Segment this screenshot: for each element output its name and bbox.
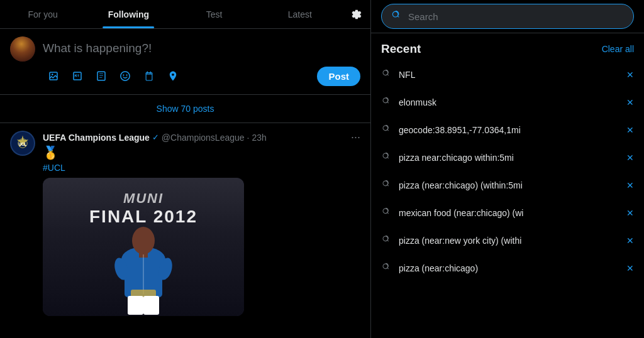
remove-recent-button[interactable]: ✕	[626, 208, 634, 218]
compose-area: What is happening?!	[0, 29, 370, 95]
gif-button[interactable]	[67, 65, 88, 87]
search-icon	[381, 262, 391, 275]
tweet-image: MUNI FINAL 2012	[43, 178, 244, 316]
image-upload-button[interactable]	[43, 65, 64, 87]
svg-rect-12	[143, 296, 159, 315]
remove-recent-button[interactable]: ✕	[626, 125, 634, 135]
search-bar-container	[371, 0, 644, 33]
recent-item-text: elonmusk	[399, 97, 619, 107]
tab-latest[interactable]: Latest	[257, 0, 343, 28]
recent-item[interactable]: pizza (near:chicago) ✕	[371, 254, 644, 282]
remove-recent-button[interactable]: ✕	[626, 97, 634, 107]
tab-following[interactable]: Following	[86, 0, 171, 28]
recent-item[interactable]: mexican food (near:chicago) (wi ✕	[371, 199, 644, 227]
tweet-body: UEFA Champions League ✓ @ChampionsLeague…	[43, 131, 360, 316]
compose-toolbar: Post	[43, 65, 360, 87]
tab-test[interactable]: Test	[172, 0, 257, 28]
post-button[interactable]: Post	[317, 67, 360, 86]
search-icon	[381, 124, 391, 136]
tweet-item: UCL UEFA Champions League ✓ @ChampionsLe…	[0, 123, 370, 324]
recent-item-text: mexican food (near:chicago) (wi	[399, 208, 619, 218]
remove-recent-button[interactable]: ✕	[626, 70, 634, 80]
tweet-name: UEFA Champions League	[43, 133, 150, 143]
tweet-hashtag[interactable]: #UCL	[43, 163, 360, 173]
right-panel: Recent Clear all NFL ✕ elonmusk ✕ geocod…	[371, 0, 644, 338]
tweet-time: 23h	[252, 133, 266, 143]
compose-placeholder[interactable]: What is happening?!	[43, 36, 360, 60]
user-avatar	[10, 36, 35, 62]
search-icon	[381, 207, 391, 219]
list-button[interactable]	[91, 65, 112, 87]
clear-all-button[interactable]: Clear all	[602, 44, 634, 54]
search-icon	[381, 68, 391, 81]
recent-title: Recent	[381, 42, 421, 56]
search-icon	[381, 151, 391, 164]
schedule-button[interactable]	[138, 65, 160, 87]
search-bar	[381, 4, 634, 29]
tweet-handle: @ChampionsLeague	[162, 133, 245, 143]
recent-item[interactable]: pizza near:chicago within:5mi ✕	[371, 144, 644, 172]
location-button[interactable]	[162, 65, 184, 87]
recent-item[interactable]: geocode:38.8951,-77.0364,1mi ✕	[371, 116, 644, 144]
recent-item[interactable]: pizza (near:chicago) (within:5mi ✕	[371, 172, 644, 199]
svg-text:UCL: UCL	[19, 142, 27, 146]
recent-item[interactable]: NFL ✕	[371, 61, 644, 89]
recent-item-text: geocode:38.8951,-77.0364,1mi	[399, 125, 619, 135]
search-icon	[391, 9, 402, 23]
recent-item-text: NFL	[399, 70, 619, 80]
show-posts-button[interactable]: Show 70 posts	[0, 95, 370, 123]
verified-icon: ✓	[152, 133, 159, 142]
remove-recent-button[interactable]: ✕	[626, 263, 634, 273]
recent-item-text: pizza (near:chicago) (within:5mi	[399, 180, 619, 190]
recent-item-text: pizza (near:chicago)	[399, 263, 619, 273]
search-icon	[381, 96, 391, 109]
settings-gear-button[interactable]	[343, 9, 370, 20]
recent-item[interactable]: elonmusk ✕	[371, 89, 644, 116]
recent-header: Recent Clear all	[371, 33, 644, 61]
nav-tabs: For you Following Test Latest	[0, 0, 370, 29]
recent-item[interactable]: pizza (near:new york city) (withi ✕	[371, 227, 644, 254]
tweet-avatar: UCL	[10, 131, 35, 156]
svg-rect-11	[128, 296, 143, 315]
recent-item-text: pizza near:chicago within:5mi	[399, 153, 619, 163]
tweet-user-info: UEFA Champions League ✓ @ChampionsLeague…	[43, 133, 267, 143]
tweet-medal: 🥇	[43, 145, 360, 160]
search-input[interactable]	[408, 11, 625, 22]
remove-recent-button[interactable]: ✕	[626, 180, 634, 190]
recent-item-text: pizza (near:new york city) (withi	[399, 236, 619, 246]
remove-recent-button[interactable]: ✕	[626, 236, 634, 246]
remove-recent-button[interactable]: ✕	[626, 153, 634, 163]
tab-for-you[interactable]: For you	[0, 0, 86, 28]
search-icon	[381, 234, 391, 247]
left-panel: For you Following Test Latest What is ha…	[0, 0, 371, 338]
recent-list: NFL ✕ elonmusk ✕ geocode:38.8951,-77.036…	[371, 61, 644, 338]
tweet-more-button[interactable]: ···	[351, 131, 360, 144]
search-icon	[381, 179, 391, 192]
emoji-button[interactable]	[114, 65, 136, 87]
